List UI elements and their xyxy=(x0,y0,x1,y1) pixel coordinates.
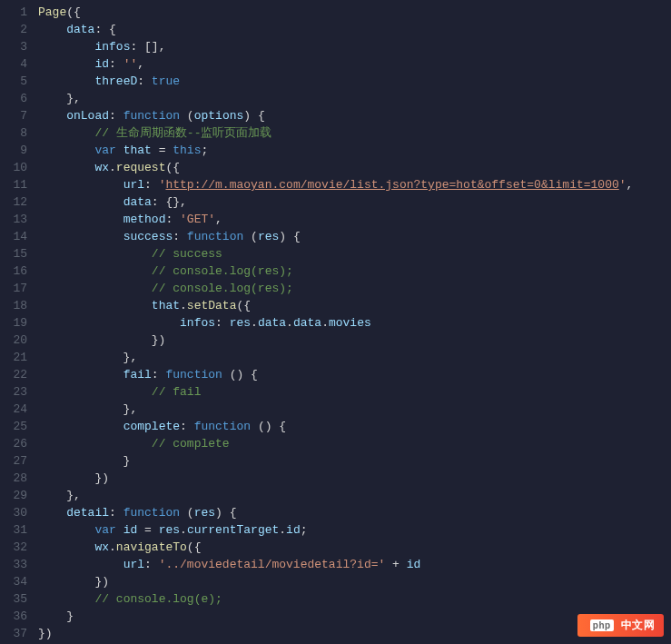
code-token: . xyxy=(180,523,187,537)
code-line[interactable]: url: 'http://m.maoyan.com/movie/list.jso… xyxy=(38,176,671,193)
code-token: . xyxy=(109,540,116,554)
code-token xyxy=(38,74,94,88)
code-token: data xyxy=(293,316,321,330)
code-token: : { xyxy=(94,23,115,36)
code-token: + xyxy=(385,558,406,571)
code-line[interactable]: onLoad: function (options) { xyxy=(38,107,671,124)
code-line[interactable]: }) xyxy=(38,625,671,642)
code-line[interactable]: } xyxy=(38,452,671,470)
code-token xyxy=(38,109,66,123)
line-number: 19 xyxy=(0,314,27,332)
code-token: , xyxy=(627,178,634,192)
line-number: 31 xyxy=(0,521,27,539)
code-line[interactable]: wx.request({ xyxy=(38,159,671,176)
code-token: res xyxy=(194,506,215,520)
code-token: : {}, xyxy=(152,195,187,209)
code-token xyxy=(38,506,66,520)
code-line[interactable]: }, xyxy=(38,90,671,107)
code-token: () { xyxy=(251,420,286,433)
code-line[interactable]: url: '../moviedetail/moviedetail?id=' + … xyxy=(38,556,671,573)
code-line[interactable]: fail: function () { xyxy=(38,366,671,383)
code-token: }) xyxy=(38,575,109,589)
code-line[interactable]: }) xyxy=(38,573,671,590)
code-token: . xyxy=(286,316,293,330)
code-editor[interactable]: 1234567891011121314151617181920212223242… xyxy=(0,0,671,644)
code-line[interactable]: }, xyxy=(38,349,671,366)
code-token: }, xyxy=(38,92,81,105)
code-token: var xyxy=(94,144,115,157)
code-token: : xyxy=(152,368,166,381)
code-line[interactable]: id: '', xyxy=(38,55,671,73)
code-line[interactable]: }, xyxy=(38,401,671,418)
code-token: ; xyxy=(301,523,308,537)
code-line[interactable]: method: 'GET', xyxy=(38,211,671,228)
code-token: id xyxy=(286,523,301,537)
code-content[interactable]: Page({ data: { infos: [], id: '', threeD… xyxy=(38,0,671,644)
code-line[interactable]: }) xyxy=(38,470,671,487)
code-token: data xyxy=(258,316,286,330)
code-line[interactable]: // console.log(res); xyxy=(38,263,671,280)
code-line[interactable]: data: { xyxy=(38,21,671,38)
code-token: ; xyxy=(201,144,208,157)
code-token: }, xyxy=(38,489,81,502)
php-cn-watermark: 中文网 xyxy=(577,614,664,637)
code-line[interactable]: that.setData({ xyxy=(38,297,671,314)
line-number: 20 xyxy=(0,332,27,349)
code-line[interactable]: var that = this; xyxy=(38,142,671,159)
code-line[interactable]: } xyxy=(38,608,671,625)
line-number: 3 xyxy=(0,38,27,55)
code-token: infos xyxy=(94,40,130,54)
code-token: success xyxy=(123,230,173,243)
code-line[interactable]: }, xyxy=(38,487,671,504)
line-number: 13 xyxy=(0,211,27,228)
line-number: 16 xyxy=(0,263,27,280)
line-number: 15 xyxy=(0,245,27,263)
line-number: 9 xyxy=(0,142,27,159)
code-token: request xyxy=(116,161,166,174)
code-token: : xyxy=(173,230,187,243)
code-line[interactable]: wx.navigateTo({ xyxy=(38,539,671,556)
code-line[interactable]: // 生命周期函数--监听页面加载 xyxy=(38,124,671,142)
code-token xyxy=(38,40,94,54)
code-line[interactable]: }) xyxy=(38,332,671,349)
code-token xyxy=(38,299,152,312)
code-token: complete xyxy=(123,420,180,433)
code-token: ({ xyxy=(165,161,180,174)
code-token: wx xyxy=(94,161,109,174)
code-token: . xyxy=(279,523,286,537)
code-token: fail xyxy=(123,368,152,381)
code-token: : xyxy=(165,213,180,226)
code-token xyxy=(38,213,123,226)
code-token: : xyxy=(109,109,123,123)
code-token: '' xyxy=(123,57,138,71)
code-line[interactable]: Page({ xyxy=(38,4,671,21)
code-line[interactable]: // console.log(e); xyxy=(38,590,671,608)
code-token xyxy=(38,282,152,295)
code-line[interactable]: var id = res.currentTarget.id; xyxy=(38,521,671,539)
code-token: ( xyxy=(243,230,258,243)
code-token: }, xyxy=(38,351,137,364)
line-number: 29 xyxy=(0,487,27,504)
code-line[interactable]: complete: function () { xyxy=(38,418,671,435)
code-line[interactable]: threeD: true xyxy=(38,73,671,90)
code-line[interactable]: // fail xyxy=(38,383,671,401)
code-token: infos xyxy=(180,316,215,330)
code-line[interactable]: // complete xyxy=(38,435,671,452)
code-token: : xyxy=(215,316,230,330)
line-number: 12 xyxy=(0,193,27,211)
code-line[interactable]: detail: function (res) { xyxy=(38,504,671,521)
code-token: function xyxy=(165,368,222,381)
code-token: , xyxy=(137,57,144,71)
code-token xyxy=(116,144,123,157)
code-token xyxy=(38,540,94,554)
code-token: : [], xyxy=(130,40,165,54)
line-number: 28 xyxy=(0,470,27,487)
code-token: http://m.maoyan.com/movie/list.json?type… xyxy=(165,178,618,192)
code-line[interactable]: infos: [], xyxy=(38,38,671,55)
code-token xyxy=(38,558,123,571)
code-line[interactable]: // console.log(res); xyxy=(38,280,671,297)
code-line[interactable]: // success xyxy=(38,245,671,263)
code-line[interactable]: success: function (res) { xyxy=(38,228,671,245)
code-line[interactable]: infos: res.data.data.movies xyxy=(38,314,671,332)
code-line[interactable]: data: {}, xyxy=(38,193,671,211)
